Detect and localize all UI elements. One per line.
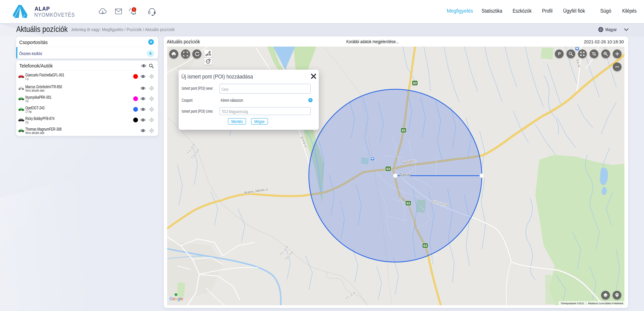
svg-text:Google: Google bbox=[169, 296, 183, 301]
svg-text:63: 63 bbox=[413, 81, 416, 85]
svg-text:Általános Szerződési Feltétele: Általános Szerződési Feltételek bbox=[588, 302, 624, 305]
svg-text:Térképadatok ©2021: Térképadatok ©2021 bbox=[560, 302, 584, 305]
svg-text:63: 63 bbox=[423, 244, 427, 247]
svg-text:P: P bbox=[558, 52, 561, 56]
svg-text:63: 63 bbox=[406, 202, 410, 205]
svg-text:63: 63 bbox=[402, 129, 405, 132]
svg-text:Cece: Cece bbox=[400, 172, 410, 177]
svg-text:63: 63 bbox=[386, 167, 390, 171]
